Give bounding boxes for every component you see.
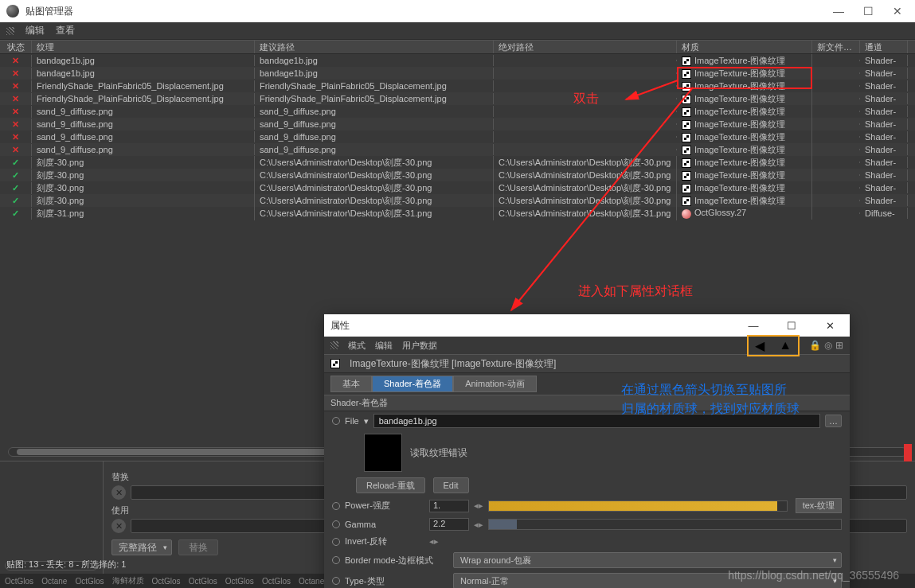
material-strip-item[interactable]: 海鲜材质 bbox=[112, 575, 144, 586]
csdn-badge bbox=[904, 444, 912, 461]
attributes-menubar: 模式 编辑 用户数据 ◀ ▲ 🔒 ◎ ⊞ bbox=[324, 337, 850, 354]
table-row[interactable]: ✕sand_9_diffuse.pngsand_9_diffuse.pngIma… bbox=[0, 143, 915, 156]
menu-edit[interactable]: 编辑 bbox=[25, 24, 45, 37]
grip-icon bbox=[330, 341, 338, 349]
border-row: Border mode-边框模式 Wrap around-包裹 bbox=[324, 550, 850, 570]
table-row[interactable]: ✕sand_9_diffuse.pngsand_9_diffuse.pngIma… bbox=[0, 130, 915, 143]
col-newpath[interactable]: 新文件路径 bbox=[812, 41, 860, 53]
nav-up-icon[interactable]: ▲ bbox=[779, 338, 792, 353]
maximize-button[interactable]: ☐ bbox=[778, 315, 805, 336]
material-strip-item[interactable]: OctGlos bbox=[75, 577, 104, 586]
tab-shader[interactable]: Shader-着色器 bbox=[372, 376, 453, 392]
browse-button[interactable]: … bbox=[825, 415, 842, 427]
border-label: Border mode-边框模式 bbox=[345, 555, 448, 567]
annotation-double-click: 双击 bbox=[573, 91, 599, 107]
radio-icon[interactable] bbox=[332, 538, 340, 546]
app-icon bbox=[6, 5, 19, 18]
checker-icon bbox=[330, 359, 340, 368]
radio-icon[interactable] bbox=[332, 556, 340, 564]
texture-preview bbox=[364, 434, 402, 472]
menu-userdata[interactable]: 用户数据 bbox=[402, 340, 437, 352]
material-strip-item[interactable]: Octane bbox=[299, 577, 324, 586]
radio-icon[interactable] bbox=[332, 417, 340, 425]
menu-mode[interactable]: 模式 bbox=[348, 340, 366, 352]
material-strip-item[interactable]: OctGlos bbox=[189, 577, 217, 586]
minimize-button[interactable]: — bbox=[833, 5, 844, 18]
menu-view[interactable]: 查看 bbox=[56, 24, 75, 37]
radio-icon[interactable] bbox=[332, 520, 340, 528]
material-strip-item[interactable]: OctGlos bbox=[225, 577, 254, 586]
col-material[interactable]: 材质 bbox=[677, 41, 812, 53]
material-strip-item[interactable]: Octane bbox=[41, 577, 67, 586]
table-row[interactable]: ✓刻度-30.pngC:\Users\Administrator\Desktop… bbox=[0, 156, 915, 169]
replace-button[interactable]: 替换 bbox=[178, 539, 218, 555]
border-dropdown[interactable]: Wrap around-包裹 bbox=[453, 552, 842, 568]
grip-icon bbox=[6, 27, 14, 35]
gamma-row: Gamma 2.2 ◂▸ bbox=[324, 516, 850, 533]
table-row[interactable]: ✕bandage1b.jpgbandage1b.jpgImageTexture-… bbox=[0, 67, 915, 80]
maximize-button[interactable]: ☐ bbox=[863, 5, 874, 18]
target-icon[interactable]: ◎ bbox=[824, 340, 832, 351]
object-header: ImageTexture-图像纹理 [ImageTexture-图像纹理] bbox=[324, 354, 850, 373]
clear-replace-icon[interactable]: ✕ bbox=[111, 485, 126, 500]
menu-edit[interactable]: 编辑 bbox=[375, 340, 393, 352]
preview-row: 读取纹理错误 bbox=[324, 430, 850, 475]
chevron-down-icon[interactable]: ▾ bbox=[364, 416, 369, 426]
table-row[interactable]: ✕bandage1b.jpgbandage1b.jpgImageTexture-… bbox=[0, 54, 915, 67]
minimize-button[interactable]: — bbox=[740, 315, 767, 336]
table-row[interactable]: ✓刻度-30.pngC:\Users\Administrator\Desktop… bbox=[0, 194, 915, 207]
nav-prev-icon[interactable]: ◀ bbox=[755, 338, 764, 353]
titlebar[interactable]: 贴图管理器 — ☐ ✕ bbox=[0, 0, 915, 22]
path-mode-dropdown[interactable]: 完整路径 bbox=[111, 539, 172, 555]
invert-row: Invert-反转 ◂▸ bbox=[324, 533, 850, 550]
table-body: ✕bandage1b.jpgbandage1b.jpgImageTexture-… bbox=[0, 54, 915, 220]
reload-button[interactable]: Reload-重载 bbox=[356, 477, 425, 493]
power-row: Power-强度 1. ◂▸ tex-纹理 bbox=[324, 496, 850, 516]
table-row[interactable]: ✕FriendlyShade_PlainFabric05_Displacemen… bbox=[0, 80, 915, 92]
lock-icon[interactable]: 🔒 bbox=[809, 340, 821, 351]
table-row[interactable]: ✓刻度-30.pngC:\Users\Administrator\Desktop… bbox=[0, 181, 915, 194]
table-row[interactable]: ✓刻度-31.pngC:\Users\Administrator\Desktop… bbox=[0, 207, 915, 220]
annotation-enter-dialog: 进入如下属性对话框 bbox=[578, 283, 693, 300]
file-label: File bbox=[345, 416, 359, 426]
status-line: 贴图: 13 - 丢失: 8 - 所选择的: 1 bbox=[6, 559, 126, 570]
gamma-label: Gamma bbox=[345, 520, 424, 529]
col-texture[interactable]: 纹理 bbox=[32, 41, 255, 53]
gamma-slider[interactable] bbox=[488, 519, 842, 530]
close-button[interactable]: ✕ bbox=[893, 5, 902, 18]
read-error-text: 读取纹理错误 bbox=[410, 446, 467, 460]
nav-arrow-highlight: ◀ ▲ bbox=[747, 335, 800, 356]
new-icon[interactable]: ⊞ bbox=[835, 340, 843, 351]
power-value[interactable]: 1. bbox=[429, 500, 469, 512]
table-row[interactable]: ✕FriendlyShade_PlainFabric05_Displacemen… bbox=[0, 92, 915, 105]
material-strip-item[interactable]: OctGlos bbox=[152, 577, 181, 586]
power-slider[interactable] bbox=[488, 500, 788, 512]
clear-use-icon[interactable]: ✕ bbox=[111, 519, 126, 533]
table-row[interactable]: ✓刻度-30.pngC:\Users\Administrator\Desktop… bbox=[0, 169, 915, 181]
close-button[interactable]: ✕ bbox=[816, 315, 843, 336]
col-suggested[interactable]: 建议路径 bbox=[255, 41, 494, 53]
radio-icon[interactable] bbox=[332, 502, 340, 510]
tab-animation[interactable]: Animation-动画 bbox=[453, 376, 537, 392]
attributes-title: 属性 bbox=[330, 319, 350, 333]
material-strip-item[interactable]: OctGlos bbox=[262, 577, 291, 586]
attributes-titlebar[interactable]: 属性 — ☐ ✕ bbox=[324, 314, 850, 337]
radio-icon[interactable] bbox=[332, 577, 340, 585]
attributes-window: 属性 — ☐ ✕ 模式 编辑 用户数据 ◀ ▲ 🔒 ◎ ⊞ ImageTextu… bbox=[324, 314, 850, 588]
col-channel[interactable]: 通道 bbox=[860, 41, 908, 53]
edit-button[interactable]: Edit bbox=[433, 477, 469, 493]
material-strip-item[interactable]: OctGlos bbox=[5, 577, 33, 586]
tex-button[interactable]: tex-纹理 bbox=[796, 498, 842, 513]
table-row[interactable]: ✕sand_9_diffuse.pngsand_9_diffuse.pngIma… bbox=[0, 105, 915, 118]
col-status[interactable]: 状态 bbox=[0, 41, 32, 53]
col-absolute[interactable]: 绝对路径 bbox=[494, 41, 677, 53]
type-label: Type-类型 bbox=[345, 575, 448, 587]
table-header: 状态 纹理 建议路径 绝对路径 材质 新文件路径 通道 bbox=[0, 40, 915, 54]
gamma-value[interactable]: 2.2 bbox=[429, 518, 469, 531]
invert-label: Invert-反转 bbox=[345, 535, 424, 547]
window-title: 贴图管理器 bbox=[25, 5, 73, 18]
table-row[interactable]: ✕sand_9_diffuse.pngsand_9_diffuse.pngIma… bbox=[0, 118, 915, 130]
tab-basic[interactable]: 基本 bbox=[330, 376, 372, 392]
object-name: ImageTexture-图像纹理 [ImageTexture-图像纹理] bbox=[350, 357, 556, 371]
menubar: 编辑 查看 bbox=[0, 22, 915, 40]
